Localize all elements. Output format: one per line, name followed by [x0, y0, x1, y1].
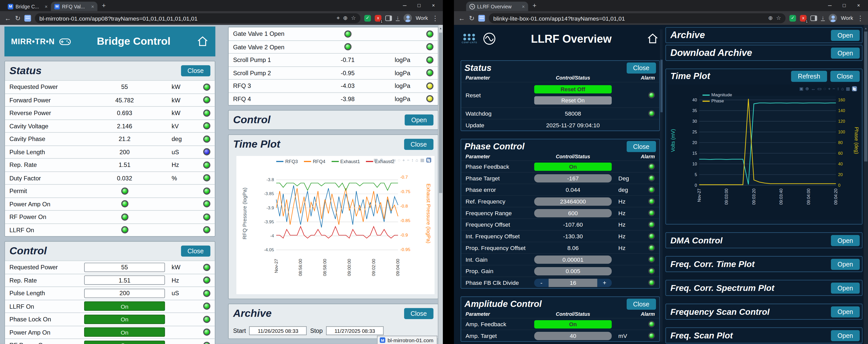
open-button[interactable]: Open [831, 47, 860, 59]
pan-icon[interactable]: ↔ [385, 158, 390, 162]
extension-icon-red[interactable]: x1 [375, 15, 381, 21]
box-select-icon[interactable]: ▭ [392, 158, 396, 162]
open-button[interactable]: Open [831, 282, 860, 294]
legend-item-phase[interactable]: Phase [703, 98, 732, 103]
lasso-icon[interactable]: ◌ [398, 158, 400, 162]
llrf-time-plot-chart[interactable]: MagnitudePhase ▣⊕↔▭◌+−↕⌂▦ 05101520253035… [668, 84, 860, 219]
zoom-in-icon[interactable]: + [402, 158, 405, 162]
scroll-up-icon[interactable]: ▲ [438, 25, 443, 30]
camera-icon[interactable]: ▣ [799, 87, 803, 91]
legend-item-exhaust1[interactable]: Exhaust1 [331, 159, 360, 164]
pan-icon[interactable]: ↔ [811, 87, 815, 91]
row-value-input[interactable] [84, 263, 165, 272]
close-section-button[interactable]: Close [404, 308, 433, 319]
reset-on-button[interactable]: Reset On [534, 96, 612, 105]
location-icon[interactable]: ⌖ [337, 15, 340, 21]
rfq-time-plot-chart[interactable]: RFQ3RFQ4Exhaust1Exhaust2 ▣⊕↔▭◌+−↕⌂▦ -3.8… [236, 156, 434, 294]
increment-button[interactable]: + [597, 278, 612, 287]
reset-axes-icon[interactable]: ⌂ [415, 158, 418, 162]
llrf-time-plot-canvas[interactable]: 0510152025303540020406080100120140160Nov… [668, 84, 860, 219]
tab-close-icon[interactable]: × [522, 4, 525, 9]
toggle-on-button[interactable]: On [84, 328, 165, 337]
bookmark-star-icon[interactable]: ☆ [776, 15, 781, 21]
download-icon[interactable]: ↓ [821, 15, 825, 21]
minimize-button[interactable]: ─ [823, 3, 837, 8]
on-button[interactable]: On [534, 320, 612, 328]
scrollbar-thumb[interactable] [864, 32, 867, 162]
toggle-on-button[interactable]: On [84, 302, 165, 311]
menu-icon[interactable]: ⋮ [432, 15, 438, 21]
reading-list-icon[interactable] [24, 15, 31, 21]
toggle-on-button[interactable]: On [84, 340, 165, 344]
home-icon[interactable] [196, 35, 209, 47]
row-value-input[interactable] [534, 197, 612, 206]
close-section-button[interactable]: Close [626, 63, 656, 74]
back-icon[interactable]: ← [458, 15, 465, 21]
lasso-icon[interactable]: ◌ [824, 87, 826, 91]
open-button[interactable]: Open [831, 259, 860, 270]
row-value-input[interactable] [534, 209, 612, 217]
row-value-input[interactable] [534, 332, 612, 340]
extension-icon-green[interactable]: ✓ [789, 15, 796, 21]
new-tab-button[interactable]: + [102, 2, 106, 9]
profile-avatar[interactable] [404, 14, 412, 22]
close-window-button[interactable]: × [426, 3, 441, 8]
open-button[interactable]: Open [831, 306, 860, 317]
zoom-in-icon[interactable]: + [828, 87, 831, 91]
row-value-input[interactable] [84, 276, 165, 285]
bookmark-star-icon[interactable]: ☆ [351, 15, 356, 21]
home-icon[interactable] [647, 33, 659, 45]
back-icon[interactable]: ← [4, 15, 11, 21]
new-tab-button[interactable]: + [532, 2, 536, 9]
maximize-button[interactable]: □ [837, 3, 851, 8]
scrollbar[interactable]: ▲ [438, 25, 443, 344]
close-section-button[interactable]: Close [181, 65, 210, 76]
zoom-out-icon[interactable]: − [833, 87, 835, 91]
extension-icon-red[interactable]: x1 [800, 15, 806, 21]
menu-icon[interactable]: ⋮ [857, 15, 864, 21]
address-bar[interactable]: blinky-lite-box-01.com/app14?trayNames=0… [489, 13, 785, 23]
scrollbar[interactable] [660, 29, 663, 342]
spikelines-icon[interactable]: ▦ [420, 158, 424, 162]
address-bar[interactable]: bl-mirrotron-01.com/app08?trayNames=01,0… [35, 13, 360, 23]
tab-rfq-values[interactable]: M RFQ Val... × [51, 2, 97, 11]
box-select-icon[interactable]: ▭ [817, 87, 822, 91]
zoom-select-icon[interactable]: ⊕ [805, 87, 809, 91]
tab-bridge-control[interactable]: M Bridge C... × [4, 2, 51, 11]
side-panel-icon[interactable] [385, 15, 392, 21]
spikelines-icon[interactable]: ▦ [846, 87, 850, 91]
refresh-icon[interactable]: ↻ [15, 15, 21, 21]
tab-close-icon[interactable]: × [45, 4, 48, 9]
reset-off-button[interactable]: Reset Off [534, 85, 612, 94]
close-section-button[interactable]: Close [830, 71, 860, 82]
maximize-button[interactable]: □ [412, 3, 426, 8]
extension-icon-green[interactable]: ✓ [364, 15, 371, 21]
camera-icon[interactable]: ▣ [374, 158, 378, 162]
archive-start-input[interactable] [249, 326, 307, 335]
row-value-input[interactable] [534, 174, 612, 182]
tab-llrf-overview[interactable]: ∿ LLRF Overview × [466, 2, 528, 11]
side-panel-icon[interactable] [810, 15, 817, 21]
close-section-button[interactable]: Close [626, 299, 656, 310]
archive-stop-input[interactable] [326, 326, 383, 335]
plotly-logo-icon[interactable] [852, 87, 857, 92]
reset-axes-icon[interactable]: ⌂ [841, 87, 844, 91]
rfq-time-plot-canvas[interactable]: -3.8-3.85-3.9-3.95-4-4.05-0.7-0.75-0.8-0… [236, 156, 434, 294]
refresh-icon[interactable]: ↻ [469, 15, 474, 21]
scroll-up-icon[interactable]: ▲ [864, 25, 868, 30]
zoom-out-icon[interactable]: − [407, 158, 409, 162]
row-value-input[interactable] [84, 288, 165, 298]
legend-item-rfq3[interactable]: RFQ3 [276, 159, 298, 164]
decrement-button[interactable]: - [534, 278, 549, 287]
open-button[interactable]: Open [831, 330, 860, 341]
minimize-button[interactable]: ─ [398, 3, 412, 8]
zoom-icon[interactable]: ⊕ [768, 15, 773, 21]
open-section-button[interactable]: Open [405, 114, 433, 126]
scrollbar-thumb[interactable] [439, 33, 442, 193]
zoom-select-icon[interactable]: ⊕ [380, 158, 383, 162]
toggle-on-button[interactable]: On [84, 314, 165, 324]
download-icon[interactable]: ↓ [396, 15, 400, 21]
scrollbar-thumb[interactable] [660, 60, 662, 112]
profile-avatar[interactable] [829, 14, 837, 22]
refresh-button[interactable]: Refresh [791, 71, 827, 82]
